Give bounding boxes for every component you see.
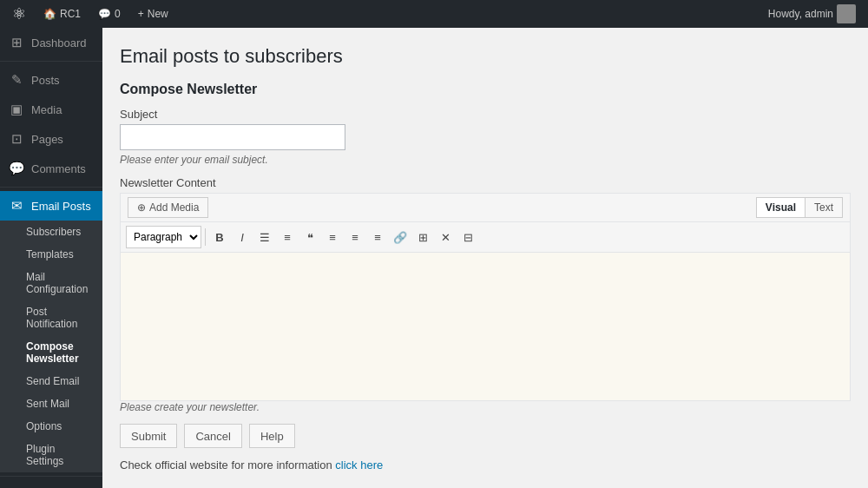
wp-wrap: ⊞ Dashboard ✎ Posts ▣ Media ⊡ Pages 💬 (0, 28, 868, 488)
templates-label: Templates (26, 248, 74, 260)
sidebar-label-posts: Posts (31, 74, 60, 87)
page-title: Email posts to subscribers (120, 45, 851, 68)
ul-icon: ☰ (260, 231, 270, 244)
site-name-label: RC1 (60, 8, 81, 20)
menu-sep-2 (0, 187, 102, 188)
wp-logo-menu[interactable]: ⚛ (7, 0, 31, 28)
section-title: Compose Newsletter (120, 82, 851, 97)
sidebar-item-email-posts[interactable]: ✉ Email Posts (0, 191, 102, 221)
help-label: Help (260, 430, 284, 443)
fullscreen-button[interactable]: ✕ (435, 227, 456, 247)
sent-mail-label: Sent Mail (26, 398, 69, 410)
sidebar-label-media: Media (31, 103, 62, 116)
comments-item[interactable]: 💬 0 (93, 0, 126, 28)
plus-icon: + (138, 8, 144, 20)
admin-bar: ⚛ 🏠 RC1 💬 0 + New Howdy, admin (0, 0, 868, 28)
blockquote-button[interactable]: ❝ (299, 227, 320, 247)
content-label: Newsletter Content (120, 176, 851, 189)
add-media-button[interactable]: ⊕ Add Media (128, 197, 208, 218)
ul-button[interactable]: ☰ (254, 227, 275, 247)
sidebar-item-appearance[interactable]: 🎨 Appearance (0, 480, 102, 488)
email-submenu: Subscribers Templates Mail Configuration… (0, 221, 102, 472)
click-here-link[interactable]: click here (335, 458, 383, 472)
align-center-icon: ≡ (352, 231, 358, 244)
italic-icon: I (240, 231, 244, 244)
comments-sidebar-icon: 💬 (9, 161, 24, 176)
avatar (837, 4, 856, 23)
submenu-item-plugin-settings[interactable]: Plugin Settings (0, 438, 102, 472)
new-item[interactable]: + New (133, 0, 174, 28)
ol-button[interactable]: ≡ (277, 227, 298, 247)
visual-text-tabs: Visual Text (757, 197, 843, 218)
italic-button[interactable]: I (232, 227, 253, 247)
sidebar-label-email-posts: Email Posts (31, 200, 91, 213)
tab-text[interactable]: Text (805, 197, 843, 218)
kitchen-sink-icon: ⊟ (464, 231, 473, 244)
wp-icon: ⚛ (12, 4, 26, 23)
toolbar-divider-1 (205, 228, 206, 246)
fullscreen-icon: ✕ (441, 231, 450, 244)
more-button[interactable]: ⊞ (412, 227, 433, 247)
form-buttons: Submit Cancel Help (120, 424, 851, 448)
add-media-label: Add Media (149, 201, 199, 214)
sidebar-item-dashboard[interactable]: ⊞ Dashboard (0, 28, 102, 57)
submenu-item-sent-mail[interactable]: Sent Mail (0, 392, 102, 415)
align-right-button[interactable]: ≡ (367, 227, 388, 247)
media-plus-icon: ⊕ (137, 201, 146, 214)
link-button[interactable]: 🔗 (390, 227, 411, 247)
visual-tab-label: Visual (766, 201, 796, 214)
options-label: Options (26, 420, 62, 432)
submit-button[interactable]: Submit (120, 424, 177, 448)
admin-menu-wrap: ⊞ Dashboard ✎ Posts ▣ Media ⊡ Pages 💬 (0, 28, 102, 488)
submenu-item-compose-newsletter[interactable]: Compose Newsletter (0, 335, 102, 370)
send-email-label: Send Email (26, 375, 79, 387)
cancel-button[interactable]: Cancel (184, 424, 241, 448)
sidebar-item-comments[interactable]: 💬 Comments (0, 154, 102, 183)
pages-icon: ⊡ (9, 131, 24, 147)
site-name-item[interactable]: 🏠 RC1 (38, 0, 86, 28)
bold-button[interactable]: B (209, 227, 230, 247)
paragraph-select[interactable]: Paragraph (126, 226, 201, 248)
menu-sep-3 (0, 476, 102, 477)
ol-icon: ≡ (284, 231, 291, 244)
howdy-item[interactable]: Howdy, admin (763, 0, 861, 28)
tab-visual[interactable]: Visual (756, 197, 806, 218)
admin-bar-right: Howdy, admin (763, 0, 861, 28)
compose-newsletter-label: Compose Newsletter (26, 340, 79, 365)
sidebar-label-dashboard: Dashboard (31, 36, 87, 49)
plugin-settings-label: Plugin Settings (26, 443, 63, 467)
sidebar-label-comments: Comments (31, 162, 86, 175)
align-left-button[interactable]: ≡ (322, 227, 343, 247)
align-center-button[interactable]: ≡ (345, 227, 365, 247)
info-link-label: click here (335, 458, 383, 472)
link-icon: 🔗 (393, 231, 407, 244)
submenu-item-mail-config[interactable]: Mail Configuration (0, 266, 102, 300)
sidebar-item-posts[interactable]: ✎ Posts (0, 65, 102, 95)
submenu-item-subscribers[interactable]: Subscribers (0, 221, 102, 243)
editor-body[interactable] (121, 253, 850, 400)
mail-config-label: Mail Configuration (26, 271, 88, 295)
dashboard-icon: ⊞ (9, 35, 24, 50)
submenu-item-options[interactable]: Options (0, 415, 102, 438)
submenu-item-post-notification[interactable]: Post Notification (0, 300, 102, 335)
align-right-icon: ≡ (374, 231, 381, 244)
help-button[interactable]: Help (249, 424, 295, 448)
media-icon: ▣ (9, 102, 24, 117)
subject-label: Subject (120, 108, 851, 121)
more-icon: ⊞ (418, 231, 428, 244)
submenu-item-templates[interactable]: Templates (0, 243, 102, 266)
kitchen-sink-button[interactable]: ⊟ (457, 227, 478, 247)
sidebar-item-media[interactable]: ▣ Media (0, 95, 102, 124)
cancel-label: Cancel (195, 430, 230, 443)
comments-icon: 💬 (98, 8, 111, 20)
comments-count: 0 (115, 8, 121, 20)
menu-items-list: ⊞ Dashboard ✎ Posts ▣ Media ⊡ Pages 💬 (0, 28, 102, 488)
submenu-item-send-email[interactable]: Send Email (0, 370, 102, 392)
subject-input[interactable] (120, 124, 345, 150)
sidebar-item-pages[interactable]: ⊡ Pages (0, 124, 102, 154)
editor-toolbar-top: ⊕ Add Media Visual Text (121, 194, 850, 222)
wp-body-content: Email posts to subscribers Compose Newsl… (102, 28, 868, 488)
info-text: Check official website for more informat… (120, 458, 332, 472)
info-row: Check official website for more informat… (120, 458, 851, 472)
quote-icon: ❝ (307, 231, 313, 244)
